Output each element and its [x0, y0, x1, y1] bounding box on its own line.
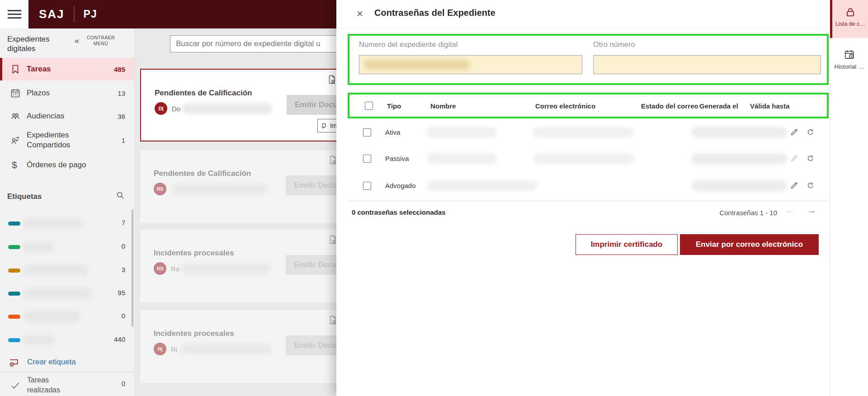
tag-color-pill [8, 338, 20, 342]
tag-row[interactable]: 0 [0, 311, 134, 322]
brand-pj: PJ [84, 8, 97, 20]
emit-document-button[interactable]: Emitir Docu [286, 255, 344, 275]
sidebar-item-audiencias[interactable]: Audiencias 36 [0, 106, 134, 127]
edit-pencil-icon[interactable] [790, 181, 798, 190]
sidebar-scrollbar[interactable] [132, 209, 133, 327]
redacted-dates [691, 180, 787, 191]
task-card[interactable]: Incidentes procesales RS Ra Emitir Docu [140, 230, 344, 302]
column-header: Correo electrónico [535, 102, 595, 110]
sidebar-item-expedientes-compartidos[interactable]: Expedientes Compartidos 1 [0, 128, 134, 152]
emit-document-button[interactable]: Emitir Docu [286, 335, 344, 355]
right-rail: Lista de c… Historial … [830, 0, 868, 396]
pagination-next-icon[interactable]: → [807, 204, 816, 216]
document-info-icon[interactable] [326, 74, 337, 85]
column-header: Nombre [430, 102, 456, 110]
sidebar: Expedientes digitales « CONTRAER MENÚ Ta… [0, 28, 135, 396]
sidebar-item-label: Plazos [27, 88, 99, 98]
chevron-left-icon: « [75, 36, 79, 46]
regenerate-icon[interactable] [806, 181, 815, 190]
clipboard-icon [321, 123, 328, 129]
people-icon [10, 111, 21, 122]
regenerate-icon[interactable] [806, 154, 815, 163]
redacted-email [533, 153, 634, 164]
select-all-checkbox[interactable] [365, 102, 373, 110]
sidebar-item-tareas[interactable]: Tareas 485 [0, 58, 134, 80]
sidebar-item-count: 1 [122, 137, 125, 144]
password-row[interactable]: Advogado [336, 173, 829, 199]
sidebar-item-ordenes-de-pago[interactable]: $ Órdenes de pago [0, 154, 134, 176]
column-header: Válida hasta [750, 102, 790, 110]
search-tags-icon[interactable] [115, 190, 125, 200]
card-title: Pendientes de Calificación [155, 89, 252, 98]
emit-document-button[interactable]: Emitir Docu [286, 175, 344, 195]
row-checkbox[interactable] [363, 182, 371, 190]
tag-row[interactable]: 95 [0, 288, 134, 299]
sidebar-item-plazos[interactable]: Plazos 13 [0, 83, 134, 104]
task-card[interactable]: Incidentes procesales R( Ri Emitir Docu [140, 310, 344, 383]
tag-color-pill [8, 269, 20, 273]
rail-item-history[interactable]: Historial … [830, 45, 868, 77]
redacted-expediente-number [364, 60, 470, 70]
close-icon: ✕ [356, 9, 363, 19]
sidebar-item-count: 13 [118, 90, 125, 97]
field-label: Numero del expediente digital [359, 40, 458, 49]
card-title: Pendientes de Calificación [154, 169, 251, 178]
send-email-button[interactable]: Enviar por correo electrónico [680, 234, 819, 255]
search-input[interactable] [170, 35, 347, 52]
edit-pencil-icon[interactable] [790, 128, 798, 137]
close-button[interactable]: ✕ [354, 7, 366, 20]
redacted-dates [691, 127, 787, 138]
redacted-assignee-name [182, 103, 272, 114]
hamburger-menu-button[interactable] [0, 0, 28, 28]
bookmark-icon [10, 64, 21, 75]
tag-row[interactable]: 440 [0, 334, 134, 346]
redacted-name [427, 153, 497, 164]
tag-count: 7 [122, 219, 125, 226]
pagination-prev-icon[interactable]: ← [785, 204, 795, 216]
tag-row[interactable]: 0 [0, 241, 134, 253]
assignee-name: Ra [171, 265, 179, 273]
password-row[interactable]: Ativa [336, 119, 829, 146]
brand-saj: SAJ [39, 7, 65, 21]
tag-color-pill [8, 292, 20, 296]
selected-indicator [0, 58, 2, 80]
redacted-dates [691, 153, 787, 164]
sidebar-item-label: Audiencias [27, 111, 99, 121]
sidebar-divider [0, 372, 134, 372]
tag-count: 95 [118, 289, 125, 297]
avatar: RS [154, 183, 166, 195]
rail-item-password-list[interactable]: Lista de c… [830, 0, 868, 38]
create-tag-button[interactable]: Crear etiqueta [0, 355, 134, 370]
task-card[interactable]: Pendientes de Calificación D( Do Emitir … [140, 69, 344, 141]
redacted-assignee-name [171, 184, 268, 194]
sidebar-item-count: 485 [114, 66, 125, 73]
column-header: Generada el [699, 102, 738, 110]
highlight-box-table-header: Tipo Nombre Correo electrónico Estado de… [348, 93, 829, 118]
print-certificate-button[interactable]: Imprimir certificado [576, 234, 678, 255]
sidebar-item-label: Órdenes de pago [27, 160, 99, 170]
passwords-panel: ✕ Contraseñas del Expediente Numero del … [336, 0, 830, 396]
app-logo: SAJ PJ [39, 0, 97, 28]
sidebar-item-tareas-realizadas[interactable]: Tareas realizadas 0 [0, 374, 134, 396]
panel-header-divider [336, 28, 830, 28]
expediente-number-input[interactable] [359, 55, 582, 74]
redacted-name [427, 127, 497, 138]
edit-pencil-icon[interactable] [790, 154, 798, 163]
emit-document-button[interactable]: Emitir Docu [287, 95, 344, 115]
card-title: Incidentes procesales [154, 329, 234, 338]
avatar: R( [154, 343, 166, 355]
redacted-assignee-name [181, 263, 271, 274]
field-label: Otro número [593, 40, 635, 49]
task-card[interactable]: Pendientes de Calificación RS Emitir Doc… [140, 150, 344, 223]
other-number-input[interactable] [593, 55, 821, 74]
sidebar-item-label: Expedientes Compartidos [27, 130, 99, 150]
regenerate-icon[interactable] [806, 128, 815, 137]
password-row[interactable]: Passiva [336, 146, 829, 172]
collapse-menu-button[interactable]: « CONTRAER MENÚ [75, 35, 129, 47]
done-tasks-label: Tareas realizadas [27, 375, 77, 395]
tag-row[interactable]: 7 [0, 217, 134, 229]
sidebar-item-label: Tareas [27, 64, 99, 74]
row-checkbox[interactable] [363, 128, 371, 137]
tag-row[interactable]: 3 [0, 264, 134, 276]
row-checkbox[interactable] [363, 155, 371, 163]
